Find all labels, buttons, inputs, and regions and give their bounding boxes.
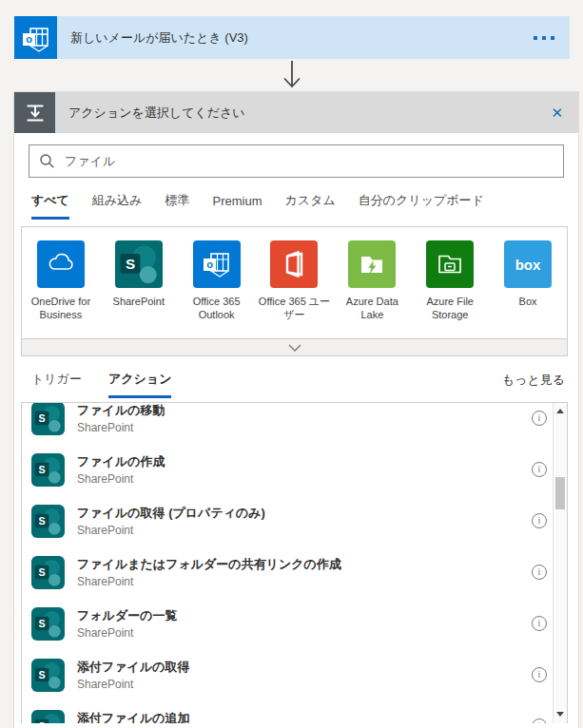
panel-title: アクションを選択してください — [68, 105, 245, 122]
panel-header: アクションを選択してください ✕ — [14, 92, 578, 133]
box-icon: box — [504, 240, 552, 288]
svg-text:box: box — [515, 257, 541, 273]
svg-text:S: S — [39, 565, 46, 577]
category-tab-カスタム[interactable]: カスタム — [285, 192, 336, 220]
scrollbar[interactable] — [553, 403, 567, 723]
trigger-card[interactable]: o 新しいメールが届いたとき (V3) — [14, 16, 570, 59]
action-title: ファイルの取得 (プロパティのみ) — [77, 505, 265, 522]
action-title: ファイルの移動 — [77, 402, 165, 419]
info-icon[interactable]: i — [532, 513, 547, 528]
office365-outlook-icon: o — [193, 240, 241, 288]
sharepoint-icon: S — [31, 402, 65, 435]
connector-label: OneDrive for Business — [24, 295, 98, 333]
connector-tile[interactable]: o Office 365 Outlook — [178, 240, 256, 333]
svg-text:S: S — [126, 256, 135, 272]
search-icon — [39, 153, 55, 169]
list-tab-アクション[interactable]: アクション — [108, 371, 172, 398]
trigger-title: 新しいメールが届いたとき (V3) — [70, 29, 248, 47]
connector-tile[interactable]: Azure File Storage — [411, 240, 489, 333]
connector-tile[interactable]: OneDrive for Business — [22, 240, 100, 333]
connector-tile[interactable]: S SharePoint — [100, 240, 178, 333]
list-tab-トリガー[interactable]: トリガー — [31, 371, 82, 398]
list-tabs: トリガーアクションもっと見る — [31, 371, 565, 398]
svg-text:S: S — [39, 617, 46, 628]
action-list-item[interactable]: S 添付ファイルの取得 SharePoint i — [22, 649, 553, 700]
sharepoint-icon: S — [31, 556, 65, 589]
connector-label: Azure File Storage — [413, 295, 487, 333]
close-icon[interactable]: ✕ — [547, 103, 567, 124]
action-subtitle: SharePoint — [77, 524, 265, 537]
action-list: S ファイルの移動 SharePoint i S ファイルの作成 SharePo… — [21, 402, 568, 723]
connector-tile[interactable]: box Box — [489, 240, 567, 333]
info-icon[interactable]: i — [532, 462, 547, 477]
sharepoint-icon: S — [115, 240, 163, 288]
action-subtitle: SharePoint — [77, 472, 165, 486]
ellipsis-icon[interactable] — [534, 36, 554, 40]
action-list-item[interactable]: S フォルダーの一覧 SharePoint i — [22, 598, 553, 649]
category-tabs: すべて組み込み標準Premiumカスタム自分のクリップボード — [31, 192, 564, 220]
connector-label: SharePoint — [113, 295, 165, 333]
svg-text:S: S — [39, 719, 46, 723]
action-title: 添付ファイルの取得 — [77, 659, 190, 676]
category-tab-すべて[interactable]: すべて — [31, 192, 69, 220]
svg-text:S: S — [39, 412, 46, 423]
connector-box: OneDrive for Business S SharePoint o Off… — [21, 226, 568, 356]
category-tab-自分のクリップボード[interactable]: 自分のクリップボード — [359, 192, 484, 220]
info-icon[interactable]: i — [532, 565, 547, 580]
connector-label: Azure Data Lake — [335, 295, 409, 333]
outlook-icon: o — [14, 16, 57, 59]
action-list-item[interactable]: S 添付ファイルの追加 SharePoint i — [22, 700, 553, 723]
svg-text:S: S — [39, 463, 46, 474]
connector-tile[interactable]: Azure Data Lake — [333, 240, 411, 333]
connector-label: Office 365 Outlook — [180, 295, 254, 333]
scroll-up-icon[interactable] — [554, 403, 567, 418]
action-subtitle: SharePoint — [77, 421, 165, 434]
scrollbar-thumb[interactable] — [555, 477, 565, 509]
azure-file-storage-icon — [426, 240, 474, 288]
connector-tile[interactable]: Office 365 ユーザー — [256, 240, 334, 333]
action-subtitle: SharePoint — [77, 575, 341, 588]
sharepoint-icon: S — [31, 453, 65, 487]
action-list-item[interactable]: S ファイルの取得 (プロパティのみ) SharePoint i — [22, 495, 553, 546]
action-title: フォルダーの一覧 — [77, 607, 178, 624]
category-tab-標準[interactable]: 標準 — [165, 192, 190, 220]
azure-data-lake-icon — [348, 240, 396, 288]
svg-text:S: S — [39, 514, 46, 526]
sharepoint-icon: S — [31, 710, 65, 724]
svg-text:S: S — [39, 668, 46, 680]
svg-text:o: o — [206, 259, 213, 270]
sharepoint-icon: S — [31, 607, 65, 641]
info-icon[interactable]: i — [532, 667, 547, 682]
connector-label: Office 365 ユーザー — [257, 295, 331, 333]
action-title: ファイルの作成 — [77, 453, 165, 470]
category-tab-Premium[interactable]: Premium — [213, 192, 262, 220]
action-subtitle: SharePoint — [77, 626, 178, 640]
connector-label: Box — [519, 295, 537, 333]
info-icon[interactable]: i — [532, 411, 547, 426]
info-icon[interactable]: i — [532, 616, 547, 631]
action-subtitle: SharePoint — [77, 678, 190, 691]
search-input[interactable] — [63, 153, 563, 169]
action-list-item[interactable]: S ファイルまたはフォルダーの共有リンクの作成 SharePoint i — [22, 546, 553, 598]
action-title: 添付ファイルの追加 — [77, 710, 190, 723]
onedrive-icon — [37, 240, 85, 288]
action-list-item[interactable]: S ファイルの作成 SharePoint i — [22, 444, 553, 495]
expand-connectors-button[interactable] — [22, 338, 567, 355]
category-tab-組み込み[interactable]: 組み込み — [92, 192, 143, 220]
search-box[interactable] — [29, 144, 564, 178]
action-title: ファイルまたはフォルダーの共有リンクの作成 — [77, 556, 341, 573]
action-picker-panel: アクションを選択してください ✕ すべて組み込み標準Premiumカスタム自分の… — [14, 92, 578, 728]
choose-action-icon — [14, 92, 55, 133]
office365-users-icon — [270, 240, 318, 288]
sharepoint-icon: S — [31, 505, 65, 538]
sharepoint-icon: S — [31, 659, 65, 692]
scroll-down-icon[interactable] — [554, 706, 567, 721]
flow-arrow-icon — [278, 60, 306, 90]
svg-text:o: o — [26, 33, 32, 45]
more-link[interactable]: もっと見る — [502, 372, 565, 398]
action-list-item[interactable]: S ファイルの移動 SharePoint i — [22, 402, 553, 444]
info-icon[interactable]: i — [532, 718, 547, 723]
chevron-down-icon — [288, 344, 301, 352]
